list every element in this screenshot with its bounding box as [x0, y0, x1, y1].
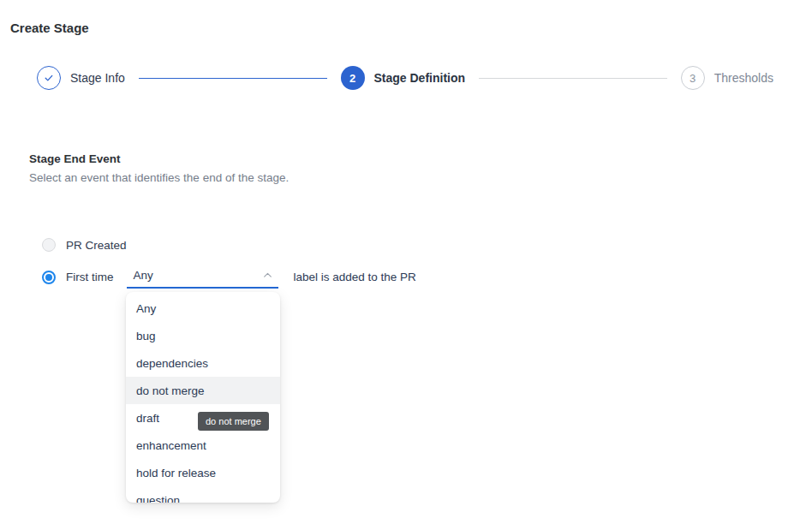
do-not-merge-tooltip: do not merge	[198, 412, 269, 431]
stepper-step-stage-info[interactable]: Stage Info	[37, 66, 125, 90]
chevron-up-icon	[262, 270, 273, 281]
stepper-step-stage-definition[interactable]: 2 Stage Definition	[341, 66, 466, 90]
step-completed-circle	[37, 66, 61, 90]
stepper: Stage Info 2 Stage Definition 3 Threshol…	[37, 66, 773, 90]
radio-row-first-time: First time Any label is added to the PR	[42, 265, 416, 289]
stepper-connector-1	[139, 78, 327, 79]
label-select-dropdown: Any bug dependencies do not merge draft …	[126, 292, 280, 503]
page-title: Create Stage	[10, 21, 89, 35]
step-label: Thresholds	[714, 71, 773, 85]
dropdown-option-any[interactable]: Any	[126, 295, 280, 322]
check-icon	[43, 72, 55, 84]
create-stage-screen: Create Stage Stage Info 2 Stage Definiti…	[0, 0, 812, 530]
stepper-step-thresholds[interactable]: 3 Thresholds	[681, 66, 773, 90]
section-heading: Stage End Event	[29, 152, 121, 165]
label-select[interactable]: Any	[127, 265, 278, 289]
first-time-suffix-text: label is added to the PR	[294, 271, 416, 283]
step-label: Stage Definition	[374, 71, 466, 85]
pr-created-label[interactable]: PR Created	[66, 239, 127, 252]
step-number-badge: 3	[681, 66, 705, 90]
stepper-connector-2	[479, 78, 667, 79]
dropdown-option-enhancement[interactable]: enhancement	[126, 432, 280, 459]
dropdown-option-question[interactable]: question	[126, 486, 280, 503]
radio-row-pr-created: PR Created	[42, 237, 127, 253]
first-time-radio[interactable]	[42, 271, 56, 284]
label-select-value: Any	[134, 269, 153, 282]
section-description: Select an event that identifies the end …	[29, 171, 289, 184]
step-label: Stage Info	[70, 71, 125, 85]
dropdown-option-dependencies[interactable]: dependencies	[126, 349, 280, 377]
step-number-badge: 2	[341, 66, 365, 90]
first-time-label[interactable]: First time	[66, 271, 114, 283]
pr-created-radio[interactable]	[42, 238, 56, 252]
dropdown-option-bug[interactable]: bug	[126, 322, 280, 349]
dropdown-option-do-not-merge[interactable]: do not merge	[126, 377, 280, 404]
dropdown-option-hold-for-release[interactable]: hold for release	[126, 459, 280, 486]
